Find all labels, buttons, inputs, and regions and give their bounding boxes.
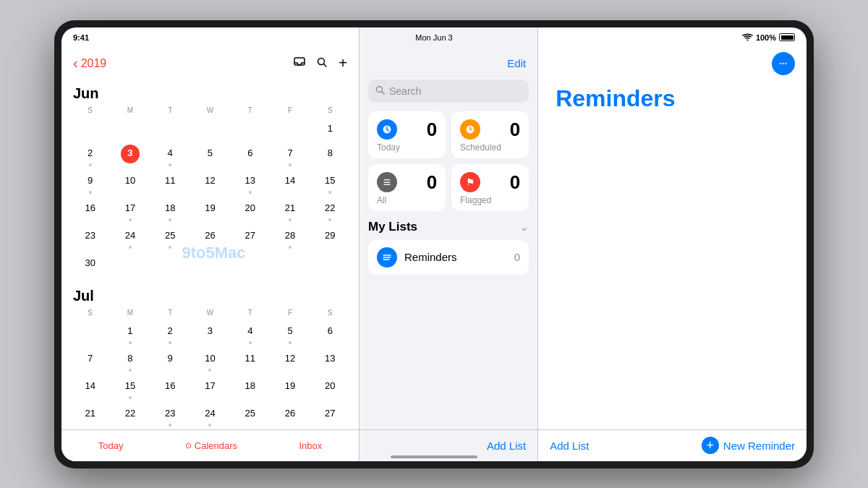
day-cell[interactable]: 19 <box>190 197 230 224</box>
smart-list-all[interactable]: ≡ 0 All <box>368 164 446 211</box>
flagged-count: 0 <box>510 171 520 194</box>
day-cell[interactable]: 24 <box>190 402 230 429</box>
day-cell[interactable]: 27 <box>310 402 350 429</box>
search-bar[interactable]: Search <box>368 80 529 103</box>
day-cell[interactable]: 6 <box>230 142 270 169</box>
day-cell[interactable] <box>70 117 110 142</box>
search-placeholder: Search <box>389 85 421 97</box>
day-cell[interactable]: 12 <box>190 169 230 197</box>
day-cell[interactable] <box>230 117 270 142</box>
day-cell[interactable]: 18 <box>150 197 190 224</box>
day-cell[interactable]: 10 <box>190 347 230 374</box>
day-cell[interactable] <box>190 117 230 142</box>
day-cell[interactable] <box>110 117 150 142</box>
today-count: 0 <box>427 119 437 141</box>
day-cell[interactable]: 23 <box>70 224 110 252</box>
list-item-reminders[interactable]: Reminders 0 <box>368 240 529 275</box>
day-cell[interactable]: 7 <box>270 142 310 169</box>
calendar-inbox-button[interactable]: Inbox <box>299 440 322 451</box>
day-cell[interactable]: 1 <box>310 117 350 142</box>
svg-line-4 <box>382 91 385 94</box>
edit-button[interactable]: Edit <box>507 57 526 69</box>
reminders-detail-panel: ••• Reminders Add List + New Reminder <box>538 27 807 461</box>
day-cell[interactable]: 8 <box>110 347 150 374</box>
day-cell[interactable]: 11 <box>230 347 270 374</box>
day-cell[interactable]: 20 <box>230 197 270 224</box>
day-cell[interactable]: 9 <box>150 347 190 374</box>
day-cell[interactable]: 19 <box>270 374 310 402</box>
day-cell[interactable]: 29 <box>310 224 350 252</box>
day-cell[interactable]: 27 <box>230 224 270 252</box>
reminders-detail-title-area: Reminders <box>538 80 807 124</box>
all-count: 0 <box>427 171 437 194</box>
day-cell[interactable]: 18 <box>230 374 270 402</box>
day-cell[interactable]: 24 <box>110 224 150 252</box>
day-cell[interactable]: 13 <box>230 169 270 197</box>
day-cell[interactable]: 22 <box>310 197 350 224</box>
day-cell-today[interactable]: 3 <box>110 142 150 169</box>
smart-list-scheduled[interactable]: 0 Scheduled <box>451 111 529 158</box>
day-cell[interactable]: 6 <box>310 320 350 347</box>
day-cell[interactable]: 14 <box>70 374 110 402</box>
calendar-back-button[interactable]: ‹ 2019 <box>73 55 106 72</box>
day-cell[interactable]: 25 <box>230 402 270 429</box>
calendar-search-icon[interactable] <box>317 57 327 70</box>
calendar-calendars-button[interactable]: ⊙ Calendars <box>185 440 237 451</box>
day-cell[interactable]: 14 <box>270 169 310 197</box>
day-cell[interactable] <box>150 117 190 142</box>
day-cell[interactable]: 15 <box>310 169 350 197</box>
day-cell[interactable] <box>270 117 310 142</box>
day-cell[interactable]: 16 <box>70 197 110 224</box>
search-icon <box>375 85 385 98</box>
day-cell[interactable]: 20 <box>310 374 350 402</box>
add-list-detail-button[interactable]: Add List <box>550 440 589 452</box>
reminders-detail-body <box>538 124 807 429</box>
day-cell[interactable]: 15 <box>110 374 150 402</box>
day-cell[interactable]: 23 <box>150 402 190 429</box>
day-cell[interactable]: 28 <box>270 224 310 252</box>
day-cell[interactable]: 26 <box>190 224 230 252</box>
day-cell[interactable]: 11 <box>150 169 190 197</box>
day-cell[interactable]: 3 <box>190 320 230 347</box>
day-cell[interactable]: 5 <box>270 320 310 347</box>
day-cell[interactable]: 25 <box>150 224 190 252</box>
calendar-inbox-icon[interactable] <box>294 57 305 70</box>
rem-detail-status-spacer <box>538 27 807 48</box>
day-cell[interactable]: 2 <box>150 320 190 347</box>
day-cell[interactable]: 13 <box>310 347 350 374</box>
day-cell[interactable]: 12 <box>270 347 310 374</box>
day-cell[interactable]: 21 <box>70 402 110 429</box>
new-reminder-button[interactable]: + New Reminder <box>702 437 795 454</box>
day-cell[interactable]: 26 <box>270 402 310 429</box>
today-label: Today <box>98 440 124 451</box>
calendar-header-actions: + <box>294 55 347 72</box>
scheduled-label: Scheduled <box>460 142 520 153</box>
calendar-year: 2019 <box>81 57 107 70</box>
all-icon: ≡ <box>377 172 397 192</box>
day-cell[interactable]: 21 <box>270 197 310 224</box>
day-cell[interactable] <box>70 320 110 347</box>
day-cell[interactable]: 10 <box>110 169 150 197</box>
day-cell[interactable]: 7 <box>70 347 110 374</box>
day-cell[interactable]: 4 <box>230 320 270 347</box>
my-lists-chevron-icon: ⌄ <box>520 221 529 233</box>
calendar-today-button[interactable]: Today <box>98 440 124 451</box>
day-cell[interactable]: 8 <box>310 142 350 169</box>
day-cell[interactable]: 4 <box>150 142 190 169</box>
month-label-june: Jun <box>70 80 350 105</box>
day-cell[interactable]: 5 <box>190 142 230 169</box>
smart-list-today[interactable]: 0 Today <box>368 111 446 158</box>
day-cell[interactable]: 2 <box>70 142 110 169</box>
flagged-label: Flagged <box>460 195 520 205</box>
smart-list-flagged[interactable]: ⚑ 0 Flagged <box>451 164 529 211</box>
day-cell[interactable]: 22 <box>110 402 150 429</box>
day-cell[interactable]: 30 <box>70 252 110 276</box>
day-cell[interactable]: 1 <box>110 320 150 347</box>
calendar-add-icon[interactable]: + <box>339 55 347 72</box>
day-cell[interactable]: 17 <box>110 197 150 224</box>
day-cell[interactable]: 17 <box>190 374 230 402</box>
day-cell[interactable]: 16 <box>150 374 190 402</box>
more-options-button[interactable]: ••• <box>772 52 795 75</box>
add-list-button[interactable]: Add List <box>487 440 526 452</box>
day-cell[interactable]: 9 <box>70 169 110 197</box>
